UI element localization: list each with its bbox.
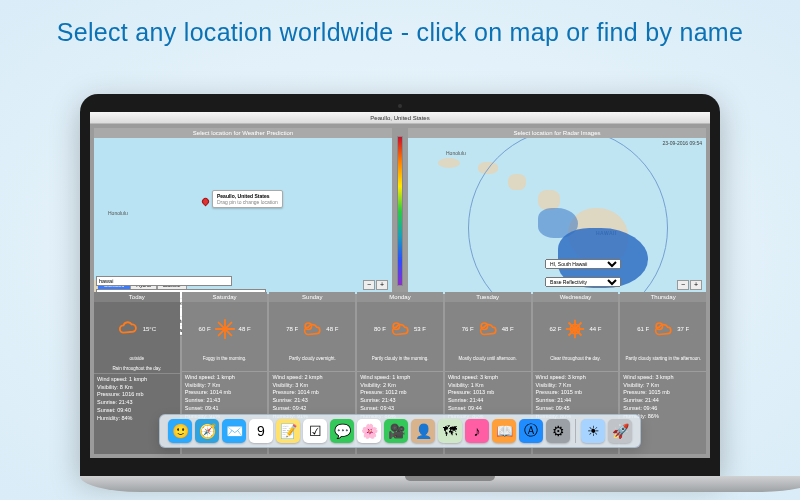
- dock-contacts-icon[interactable]: 👤: [411, 419, 435, 443]
- dock-mail-icon[interactable]: ✉️: [222, 419, 246, 443]
- low-temp: 48 F: [326, 326, 338, 332]
- laptop-base: [80, 476, 800, 492]
- stat-pressure: Pressure: 1014 mb: [185, 389, 265, 396]
- dock-reminders-icon[interactable]: ☑︎: [303, 419, 327, 443]
- map-pin-callout[interactable]: Peaullo, United States Drag pin to chang…: [212, 190, 283, 208]
- day-name: Today: [94, 292, 180, 302]
- dock-launchpad-icon[interactable]: 🚀: [608, 419, 632, 443]
- radar-city-honolulu: Honolulu: [446, 150, 466, 156]
- radar-product-select[interactable]: Base Reflectivity: [545, 277, 621, 287]
- day-summary: Mostly cloudy until afternoon.: [445, 356, 531, 372]
- stat-sunrise: Sunrise: 21:43: [360, 397, 440, 404]
- low-temp: 48 F: [239, 326, 251, 332]
- stat-pressure: Pressure: 1012 mb: [360, 389, 440, 396]
- dock-calendar-icon[interactable]: 9: [249, 419, 273, 443]
- day-name: Tuesday: [445, 292, 531, 302]
- dock-preferences-icon[interactable]: ⚙︎: [546, 419, 570, 443]
- day-summary: outsideRain throughout the day.: [94, 356, 180, 374]
- low-temp: 37 F: [677, 326, 689, 332]
- dock-notes-icon[interactable]: 📝: [276, 419, 300, 443]
- precipitation-blob: [538, 208, 578, 238]
- stat-sunrise: Sunrise: 21:44: [536, 397, 616, 404]
- stat-sunset: Sunset: 09:45: [536, 405, 616, 412]
- stat-visibility: Visibility: 7 Km: [536, 382, 616, 389]
- low-temp: 48 F: [502, 326, 514, 332]
- zoom-in-button[interactable]: +: [376, 280, 388, 290]
- stat-pressure: Pressure: 1015 mb: [623, 389, 703, 396]
- radar-map[interactable]: 23-09-2016 09:54 Honolulu HAWAII HI, Sou…: [408, 138, 706, 294]
- day-summary: Partly cloudy in the morning.: [357, 356, 443, 372]
- callout-hint: Drag pin to change location: [217, 199, 278, 205]
- low-temp: 44 F: [589, 326, 601, 332]
- stat-visibility: Visibility: 7 Km: [185, 382, 265, 389]
- stat-sunrise: Sunrise: 21:43: [185, 397, 265, 404]
- radar-color-scale: [397, 136, 403, 286]
- weather-map-panel: Select location for Weather Prediction H…: [94, 128, 392, 294]
- marketing-headline: Select any location worldwide - click on…: [0, 0, 800, 57]
- stat-wind: Wind speed: 3 kmph: [536, 374, 616, 381]
- stat-sunset: Sunset: 09:41: [185, 405, 265, 412]
- stat-pressure: Pressure: 1013 mb: [448, 389, 528, 396]
- high-temp: 60 F: [199, 326, 211, 332]
- day-name: Wednesday: [533, 292, 619, 302]
- high-temp: 78 F: [286, 326, 298, 332]
- day-summary: Clear throughout the day.: [533, 356, 619, 372]
- dock-safari-icon[interactable]: 🧭: [195, 419, 219, 443]
- high-temp: 62 F: [549, 326, 561, 332]
- map-pin[interactable]: [201, 197, 211, 207]
- weather-icon: [301, 318, 323, 340]
- stat-visibility: Visibility: 1 Km: [448, 382, 528, 389]
- radar-zoom-in-button[interactable]: +: [690, 280, 702, 290]
- dock-facetime-icon[interactable]: 🎥: [384, 419, 408, 443]
- zoom-out-button[interactable]: −: [363, 280, 375, 290]
- stat-wind: Wind speed: 3 kmph: [623, 374, 703, 381]
- svg-line-11: [569, 329, 575, 335]
- weather-icon: [389, 318, 411, 340]
- location-search-input[interactable]: hawai: [96, 276, 232, 286]
- dock-finder-icon[interactable]: 🙂: [168, 419, 192, 443]
- macos-dock: 🙂🧭✉️9📝☑︎💬🌸🎥👤🗺♪📖Ⓐ⚙︎☀︎🚀: [159, 414, 641, 448]
- stat-sunrise: Sunrise: 21:44: [623, 397, 703, 404]
- weather-icon: [652, 318, 674, 340]
- stat-sunrise: Sunrise: 21:43: [272, 397, 352, 404]
- dock-maps-icon[interactable]: 🗺: [438, 419, 462, 443]
- high-temp: 80 F: [374, 326, 386, 332]
- dock-weather-app-icon[interactable]: ☀︎: [581, 419, 605, 443]
- weather-map[interactable]: Honolulu Peaullo, United States Drag pin…: [94, 138, 392, 294]
- day-name: Sunday: [269, 292, 355, 302]
- stat-visibility: Visibility: 7 Km: [623, 382, 703, 389]
- radar-map-title: Select location for Radar Images: [408, 128, 706, 138]
- low-temp: 53 F: [414, 326, 426, 332]
- stat-sunset: Sunset: 09:44: [448, 405, 528, 412]
- day-name: Monday: [357, 292, 443, 302]
- high-temp: 76 F: [462, 326, 474, 332]
- day-summary: Partly cloudy starting in the afternoon.: [620, 356, 706, 372]
- laptop-frame: Peaullo, United States Select location f…: [80, 94, 720, 492]
- app-screen: Peaullo, United States Select location f…: [90, 112, 710, 458]
- dock-appstore-icon[interactable]: Ⓐ: [519, 419, 543, 443]
- dock-messages-icon[interactable]: 💬: [330, 419, 354, 443]
- stat-wind: Wind speed: 1 kmph: [97, 376, 177, 383]
- day-summary: Partly cloudy overnight.: [269, 356, 355, 372]
- stat-pressure: Pressure: 1016 mb: [97, 391, 177, 398]
- stat-sunset: Sunset: 09:42: [272, 405, 352, 412]
- city-label-honolulu: Honolulu: [108, 210, 128, 216]
- day-name: Saturday: [182, 292, 268, 302]
- high-temp: 61 F: [637, 326, 649, 332]
- dock-itunes-icon[interactable]: ♪: [465, 419, 489, 443]
- radar-zoom-out-button[interactable]: −: [677, 280, 689, 290]
- day-name: Thursday: [620, 292, 706, 302]
- dock-photos-icon[interactable]: 🌸: [357, 419, 381, 443]
- radar-station-select[interactable]: HI, South Hawaii: [545, 259, 621, 269]
- camera-dot: [398, 104, 402, 108]
- window-titlebar: Peaullo, United States: [90, 112, 710, 124]
- dock-ibooks-icon[interactable]: 📖: [492, 419, 516, 443]
- stat-visibility: Visibility: 2 Km: [360, 382, 440, 389]
- stat-sunrise: Sunrise: 21:44: [448, 397, 528, 404]
- weather-icon: [564, 318, 586, 340]
- weather-map-title: Select location for Weather Prediction: [94, 128, 392, 138]
- stat-sunset: Sunset: 09:43: [360, 405, 440, 412]
- stat-wind: Wind speed: 1 kmph: [360, 374, 440, 381]
- radar-controls: HI, South Hawaii Base Reflectivity: [545, 252, 621, 288]
- weather-icon: [214, 318, 236, 340]
